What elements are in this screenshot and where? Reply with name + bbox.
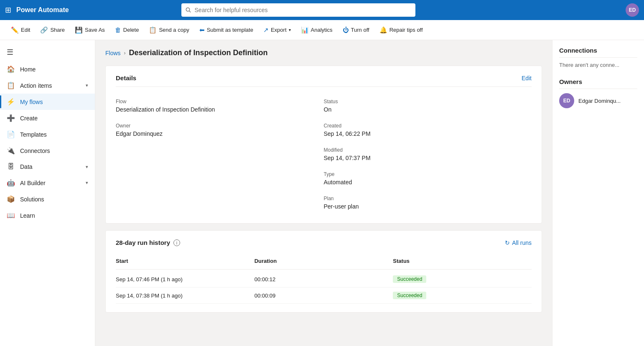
type-label: Type xyxy=(324,171,532,177)
run-history-info-icon[interactable]: i xyxy=(173,239,180,246)
sidebar-item-home[interactable]: 🏠 Home xyxy=(0,61,95,77)
sidebar-item-create[interactable]: ➕ Create xyxy=(0,110,95,126)
submit-template-button[interactable]: ⬅ Submit as template xyxy=(195,24,257,36)
connectors-icon: 🔌 xyxy=(7,147,15,155)
type-value: Automated xyxy=(324,179,532,186)
sidebar-item-my-flows[interactable]: ⚡ My flows xyxy=(0,94,95,110)
repair-tips-button[interactable]: 🔔 Repair tips off xyxy=(375,24,427,36)
all-runs-link[interactable]: ↻ All runs xyxy=(505,239,532,246)
connections-title: Connections xyxy=(559,47,637,58)
save-as-icon: 💾 xyxy=(75,26,83,34)
col-status: Status xyxy=(393,256,532,266)
table-row[interactable]: Sep 14, 07:38 PM (1 h ago) 00:00:09 Succ… xyxy=(116,287,532,304)
table-header: Start Duration Status xyxy=(116,253,532,270)
run-history-card: 28-day run history i ↻ All runs Start Du… xyxy=(105,230,542,313)
breadcrumb-flows-link[interactable]: Flows xyxy=(105,50,121,56)
menu-icon: ☰ xyxy=(7,48,13,57)
owner-label: Owner xyxy=(116,123,324,129)
row2-status: Succeeded xyxy=(393,292,532,299)
delete-icon: 🗑 xyxy=(115,26,121,33)
data-chevron: ▾ xyxy=(86,164,88,170)
turn-off-button[interactable]: ⏻ Turn off xyxy=(339,24,374,36)
send-copy-button[interactable]: 📋 Send a copy xyxy=(145,24,193,36)
table-row[interactable]: Sep 14, 07:46 PM (1 h ago) 00:00:12 Succ… xyxy=(116,271,532,287)
run-history-header: 28-day run history i ↻ All runs xyxy=(116,239,532,246)
status-value: On xyxy=(324,106,532,113)
ai-builder-icon: 🤖 xyxy=(7,179,15,187)
row2-start: Sep 14, 07:38 PM (1 h ago) xyxy=(116,292,255,299)
connections-section: Connections There aren't any conne... xyxy=(559,47,637,68)
details-card: Details Edit Flow Deserialization of Ins… xyxy=(105,66,542,224)
ai-builder-chevron: ▾ xyxy=(86,180,88,186)
search-icon xyxy=(186,7,191,13)
run-history-title: 28-day run history xyxy=(116,239,170,246)
owners-title: Owners xyxy=(559,78,637,89)
action-toolbar: ✏️ Edit 🔗 Share 💾 Save As 🗑 Delete 📋 Sen… xyxy=(0,20,644,40)
sidebar: ☰ 🏠 Home 📋 Action items ▾ ⚡ My flows ➕ C… xyxy=(0,40,95,346)
sidebar-item-connectors[interactable]: 🔌 Connectors xyxy=(0,142,95,159)
col-start: Start xyxy=(116,256,255,266)
sidebar-item-action-items[interactable]: 📋 Action items ▾ xyxy=(0,77,95,94)
status-label: Status xyxy=(324,99,532,104)
detail-plan: Plan Per-user plan xyxy=(324,191,532,215)
grid-icon[interactable]: ⊞ xyxy=(5,5,11,15)
details-title: Details xyxy=(116,74,136,81)
detail-status: Status On xyxy=(324,94,532,118)
owner-name: Edgar Dominqu... xyxy=(578,98,621,104)
row2-duration: 00:00:09 xyxy=(255,292,393,299)
row1-status: Succeeded xyxy=(393,275,532,283)
status-badge: Succeeded xyxy=(393,275,426,283)
home-icon: 🏠 xyxy=(7,65,15,73)
detail-spacer xyxy=(116,142,324,166)
detail-type: Type Automated xyxy=(324,166,532,191)
create-icon: ➕ xyxy=(7,114,15,122)
sidebar-item-solutions[interactable]: 📦 Solutions xyxy=(0,191,95,207)
analytics-icon: 📊 xyxy=(301,26,309,34)
submit-template-icon: ⬅ xyxy=(199,26,205,34)
owner-avatar: ED xyxy=(559,93,574,108)
content-area: Flows › Deserialization of Inspection De… xyxy=(95,40,552,346)
detail-created: Created Sep 14, 06:22 PM xyxy=(324,118,532,142)
search-input[interactable] xyxy=(195,7,412,13)
sidebar-item-learn[interactable]: 📖 Learn xyxy=(0,207,95,224)
breadcrumb-separator: › xyxy=(124,50,126,56)
delete-button[interactable]: 🗑 Delete xyxy=(111,24,143,36)
main-layout: ☰ 🏠 Home 📋 Action items ▾ ⚡ My flows ➕ C… xyxy=(0,40,644,346)
plan-label: Plan xyxy=(324,196,532,201)
app-title: Power Automate xyxy=(16,6,69,14)
export-chevron-icon: ▾ xyxy=(289,28,291,32)
edit-button[interactable]: ✏️ Edit xyxy=(7,24,34,36)
hamburger-menu[interactable]: ☰ xyxy=(0,43,95,61)
owner-value: Edgar Dominquez xyxy=(116,130,324,137)
detail-spacer3 xyxy=(116,191,324,215)
col-duration: Duration xyxy=(255,256,393,266)
analytics-button[interactable]: 📊 Analytics xyxy=(297,24,337,36)
search-bar[interactable] xyxy=(181,3,415,17)
save-as-button[interactable]: 💾 Save As xyxy=(71,24,109,36)
created-value: Sep 14, 06:22 PM xyxy=(324,130,532,137)
user-avatar[interactable]: ED xyxy=(626,3,639,17)
solutions-icon: 📦 xyxy=(7,195,15,203)
breadcrumb: Flows › Deserialization of Inspection De… xyxy=(105,48,542,57)
flow-label: Flow xyxy=(116,99,324,104)
details-card-header: Details Edit xyxy=(116,74,532,87)
export-button[interactable]: ↗ Export ▾ xyxy=(259,24,295,36)
topbar-right: ED xyxy=(626,3,639,17)
right-panel: Connections There aren't any conne... Ow… xyxy=(552,40,644,346)
plan-value: Per-user plan xyxy=(324,203,532,210)
svg-line-1 xyxy=(189,11,191,12)
detail-flow: Flow Deserialization of Inspection Defin… xyxy=(116,94,324,118)
owners-section: Owners ED Edgar Dominqu... xyxy=(559,78,637,108)
action-items-chevron: ▾ xyxy=(86,83,88,88)
row1-duration: 00:00:12 xyxy=(255,275,393,283)
action-items-icon: 📋 xyxy=(7,81,15,89)
details-edit-link[interactable]: Edit xyxy=(522,75,532,81)
topbar: ⊞ Power Automate ED xyxy=(0,0,644,20)
sidebar-item-data[interactable]: 🗄 Data ▾ xyxy=(0,159,95,175)
share-button[interactable]: 🔗 Share xyxy=(36,24,69,36)
sidebar-item-templates[interactable]: 📄 Templates xyxy=(0,126,95,142)
sidebar-item-ai-builder[interactable]: 🤖 AI Builder ▾ xyxy=(0,175,95,191)
connections-empty-text: There aren't any conne... xyxy=(559,62,637,68)
status-badge: Succeeded xyxy=(393,292,426,299)
modified-label: Modified xyxy=(324,147,532,153)
